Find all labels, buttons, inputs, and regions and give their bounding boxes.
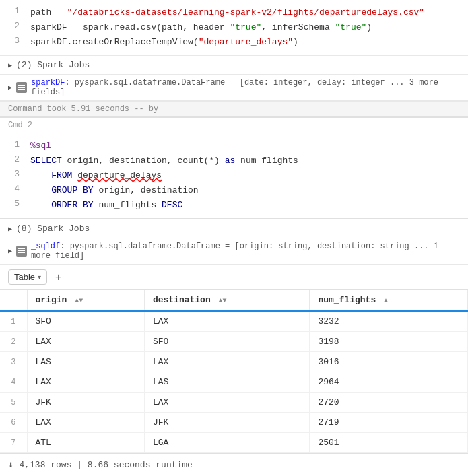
- cell-origin: SFO: [27, 311, 144, 332]
- table-header-row: origin ▲▼ destination ▲▼ num_flights ▲: [0, 290, 468, 311]
- line-number: 3: [0, 36, 30, 46]
- code-token: departure_delays: [77, 170, 162, 180]
- code-line-sql-5: 5 ORDER BY num_flights DESC: [0, 198, 468, 213]
- sort-icon[interactable]: ▲▼: [219, 297, 227, 304]
- line-number: 5: [0, 199, 30, 209]
- add-view-button[interactable]: +: [53, 271, 64, 283]
- col-header-num-flights[interactable]: num_flights ▲: [310, 290, 468, 311]
- code-token: count(*): [177, 156, 219, 166]
- schema-rest: : pyspark.sql.dataframe.DataFrame = [dat…: [31, 78, 438, 97]
- spark-jobs-row-2[interactable]: ▶ (8) Spark Jobs: [0, 219, 468, 238]
- code-token: ): [293, 37, 298, 47]
- download-icon[interactable]: ⬇: [8, 459, 13, 471]
- line-number: 3: [0, 169, 30, 179]
- row-index: 5: [0, 393, 27, 413]
- code-token: path =: [30, 7, 67, 18]
- code-token: ,: [130, 185, 141, 195]
- spark-jobs-row-1[interactable]: ▶ (2) Spark Jobs: [0, 55, 468, 75]
- code-token: ): [366, 22, 372, 32]
- expand-icon: ▶: [8, 247, 12, 255]
- row-index: 3: [0, 352, 27, 372]
- col-header-destination[interactable]: destination ▲▼: [144, 290, 310, 311]
- cell-destination: JFK: [144, 413, 310, 433]
- table-row: 3 LAS LAX 3016: [0, 352, 468, 372]
- code-line-1: 1 path = "/databricks-datasets/learning-…: [0, 5, 468, 20]
- cmd-took-text: Command took 5.91 seconds -- by: [8, 104, 158, 114]
- cmd-label: Cmd 2: [0, 118, 468, 133]
- line-content: sparkDF.createOrReplaceTempView("departu…: [30, 36, 468, 49]
- col-header-label: destination: [153, 295, 211, 305]
- schema-row-1: ▶ sparkDF: pyspark.sql.dataframe.DataFra…: [0, 75, 468, 101]
- code-token: ORDER BY: [30, 200, 98, 210]
- code-token: GROUP BY: [30, 185, 98, 195]
- results-table: origin ▲▼ destination ▲▼ num_flights ▲ 1…: [0, 290, 468, 453]
- cell-destination: LGA: [144, 433, 310, 453]
- code-token: "true": [230, 22, 261, 32]
- sort-icon[interactable]: ▲▼: [75, 297, 83, 304]
- spark-jobs-label-2: (8) Spark Jobs: [16, 224, 90, 234]
- cell-destination: LAS: [144, 372, 310, 393]
- table-row: 1 SFO LAX 3232: [0, 311, 468, 332]
- cell-destination: LAX: [144, 311, 310, 332]
- col-header-label: origin: [36, 295, 67, 305]
- cell-num-flights: 2720: [310, 393, 468, 413]
- line-content: sparkDF = spark.read.csv(path, header="t…: [30, 21, 468, 34]
- cell-destination: SFO: [144, 332, 310, 352]
- expand-icon: ▶: [8, 225, 12, 233]
- schema-text: sparkDF: pyspark.sql.dataframe.DataFrame…: [31, 78, 460, 97]
- cell-origin: ATL: [27, 433, 144, 453]
- row-index-header: [0, 290, 27, 311]
- code-line-3: 3 sparkDF.createOrReplaceTempView("depar…: [0, 35, 468, 50]
- row-index: 1: [0, 311, 27, 332]
- line-number: 1: [0, 139, 30, 149]
- line-content: ORDER BY num_flights DESC: [30, 199, 468, 212]
- schema-rest-2: : pyspark.sql.dataframe.DataFrame = [ori…: [31, 242, 438, 261]
- code-line-sql-4: 4 GROUP BY origin, destination: [0, 183, 468, 198]
- schema-varname-2: _sqldf: [31, 242, 60, 251]
- row-index: 4: [0, 372, 27, 393]
- code-cell-2: 1 %sql 2 SELECT origin, destination, cou…: [0, 133, 468, 219]
- cell-num-flights: 2501: [310, 433, 468, 453]
- code-token: num_flights: [98, 200, 162, 210]
- table-toolbar: Table ▾ +: [0, 265, 468, 290]
- table-row: 7 ATL LGA 2501: [0, 433, 468, 453]
- code-token: "departure_delays": [199, 37, 293, 47]
- line-number: 2: [0, 154, 30, 164]
- table-view-button[interactable]: Table ▾: [8, 269, 47, 285]
- schema-text-2: _sqldf: pyspark.sql.dataframe.DataFrame …: [31, 242, 460, 261]
- table-row: 2 LAX SFO 3198: [0, 332, 468, 352]
- line-content: SELECT origin, destination, count(*) as …: [30, 154, 468, 168]
- code-token: "true": [335, 22, 366, 32]
- table-row: 5 JFK LAX 2720: [0, 393, 468, 413]
- code-token: origin: [98, 185, 130, 195]
- row-count: 4,138 rows: [19, 460, 71, 470]
- code-token: , inferSchema=: [261, 22, 335, 32]
- command-took: Command took 5.91 seconds -- by: [0, 101, 468, 117]
- cell-destination: LAX: [144, 352, 310, 372]
- code-token: ,: [167, 156, 178, 166]
- table-row: 6 LAX JFK 2719: [0, 413, 468, 433]
- cell-origin: LAX: [27, 372, 144, 393]
- row-count-bar: ⬇ 4,138 rows | 8.66 seconds runtime: [0, 454, 468, 476]
- code-line-sql-2: 2 SELECT origin, destination, count(*) a…: [0, 154, 468, 168]
- data-table-wrapper: origin ▲▼ destination ▲▼ num_flights ▲ 1…: [0, 290, 468, 454]
- sort-icon-active[interactable]: ▲: [384, 297, 388, 304]
- dataframe-icon: [16, 82, 27, 93]
- row-index: 7: [0, 433, 27, 453]
- cell-origin: LAS: [27, 352, 144, 372]
- code-token: FROM: [30, 170, 77, 180]
- code-token: SELECT: [30, 156, 67, 166]
- table-label: Table: [14, 272, 35, 282]
- runtime-text: 8.66 seconds runtime: [88, 460, 193, 470]
- code-cell-1: 1 path = "/databricks-datasets/learning-…: [0, 0, 468, 118]
- code-token: sparkDF = spark.read.csv(path, header=: [30, 22, 230, 32]
- code-token: sparkDF.createOrReplaceTempView(: [30, 37, 199, 47]
- schema-varname: sparkDF: [31, 78, 65, 88]
- chevron-down-icon: ▾: [38, 273, 41, 281]
- row-index: 2: [0, 332, 27, 352]
- code-token: as: [220, 156, 240, 166]
- col-header-origin[interactable]: origin ▲▼: [27, 290, 144, 311]
- expand-icon: ▶: [8, 61, 12, 69]
- code-line-sql-3: 3 FROM departure_delays: [0, 168, 468, 183]
- table-row: 4 LAX LAS 2964: [0, 372, 468, 393]
